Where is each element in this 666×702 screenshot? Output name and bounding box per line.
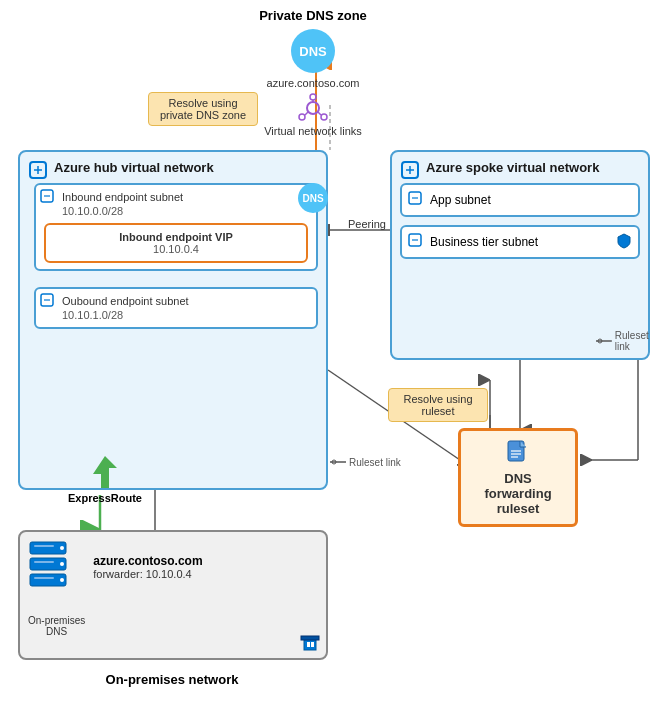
app-subnet-icon xyxy=(408,191,422,205)
svg-rect-47 xyxy=(307,642,310,647)
spoke-vnet-icon xyxy=(400,160,420,180)
inbound-subnet-icon xyxy=(40,189,54,203)
dns-hub-icon: DNS xyxy=(298,183,328,213)
svg-point-16 xyxy=(299,114,305,120)
svg-point-15 xyxy=(310,94,316,100)
inbound-endpoint-subnet: Inbound endpoint subnet 10.10.0.0/28 Inb… xyxy=(34,183,318,271)
svg-point-14 xyxy=(307,102,319,114)
vip-box: Inbound endpoint VIP 10.10.0.4 xyxy=(44,223,308,263)
spoke-vnet: Azure spoke virtual network App subnet B… xyxy=(390,150,650,360)
hub-vnet: Azure hub virtual network Inbound endpoi… xyxy=(18,150,328,490)
ruleset-link-bottom-icon xyxy=(330,456,346,468)
dns-hub-circle: DNS xyxy=(298,183,328,213)
svg-rect-48 xyxy=(311,642,314,647)
onprem-network: On-premisesDNS azure.contoso.com forward… xyxy=(18,530,328,660)
resolve-private-label: Resolve using private DNS zone xyxy=(148,92,258,126)
expressroute-icon xyxy=(87,454,123,490)
spoke-vnet-title: Azure spoke virtual network xyxy=(426,160,640,175)
expressroute-section: ExpressRoute xyxy=(68,454,142,504)
svg-marker-35 xyxy=(93,456,117,488)
svg-rect-44 xyxy=(34,577,54,579)
svg-rect-41 xyxy=(34,561,54,563)
onprem-dns-info: azure.contoso.com forwarder: 10.10.0.4 xyxy=(93,540,202,580)
domain-label: azure.contoso.com xyxy=(248,77,378,89)
business-subnet-label: Business tier subnet xyxy=(430,235,538,249)
dns-forwarding-ruleset-box: DNS forwarding ruleset xyxy=(458,428,578,527)
outbound-subnet-icon xyxy=(40,293,54,307)
vip-title: Inbound endpoint VIP xyxy=(54,231,298,243)
onprem-forwarder: forwarder: 10.10.0.4 xyxy=(93,568,202,580)
inbound-subnet-ip: 10.10.0.0/28 xyxy=(62,205,308,217)
resolve-ruleset-label: Resolve using ruleset xyxy=(388,388,488,422)
ruleset-link-bottom: Ruleset link xyxy=(330,456,401,468)
onprem-domain: azure.contoso.com xyxy=(93,554,202,568)
onprem-dns-label: On-premisesDNS xyxy=(28,615,85,637)
svg-point-17 xyxy=(321,114,327,120)
vnet-links-icon xyxy=(298,93,328,123)
ruleset-link-right-icon xyxy=(596,335,612,347)
ruleset-link-right: Ruleset link xyxy=(596,330,666,352)
private-dns-zone-title: Private DNS zone xyxy=(248,8,378,23)
app-subnet-label: App subnet xyxy=(430,193,491,207)
vip-ip: 10.10.0.4 xyxy=(54,243,298,255)
dns-forwarding-label: DNS forwarding ruleset xyxy=(484,471,551,516)
app-subnet: App subnet xyxy=(400,183,640,217)
server-icons xyxy=(28,540,68,610)
business-tier-subnet: Business tier subnet xyxy=(400,225,640,259)
svg-point-37 xyxy=(60,546,64,550)
hub-vnet-title: Azure hub virtual network xyxy=(54,160,318,175)
onprem-title: On-premises network xyxy=(82,672,262,687)
peering-label: Peering xyxy=(348,218,386,230)
outbound-endpoint-subnet: Oubound endpoint subnet 10.10.1.0/28 xyxy=(34,287,318,329)
onprem-servers-area: On-premisesDNS xyxy=(28,540,85,637)
outbound-subnet-ip: 10.10.1.0/28 xyxy=(62,309,308,321)
dns-icon: DNS xyxy=(291,29,335,73)
ruleset-document-icon xyxy=(506,439,530,467)
svg-point-40 xyxy=(60,562,64,566)
private-dns-zone: Private DNS zone DNS azure.contoso.com V… xyxy=(248,8,378,141)
outbound-subnet-title: Oubound endpoint subnet xyxy=(62,295,308,307)
shield-icon xyxy=(616,233,632,249)
diagram-container: Private DNS zone DNS azure.contoso.com V… xyxy=(0,0,666,702)
building-icon xyxy=(300,632,320,652)
svg-rect-46 xyxy=(301,636,319,640)
hub-vnet-icon xyxy=(28,160,48,180)
business-subnet-icon xyxy=(408,233,422,247)
vnet-links-label: Virtual network links xyxy=(248,125,378,137)
svg-line-19 xyxy=(305,112,308,115)
inbound-subnet-title: Inbound endpoint subnet xyxy=(62,191,308,203)
svg-rect-38 xyxy=(34,545,54,547)
svg-point-43 xyxy=(60,578,64,582)
expressroute-label: ExpressRoute xyxy=(68,492,142,504)
svg-line-20 xyxy=(318,112,321,115)
